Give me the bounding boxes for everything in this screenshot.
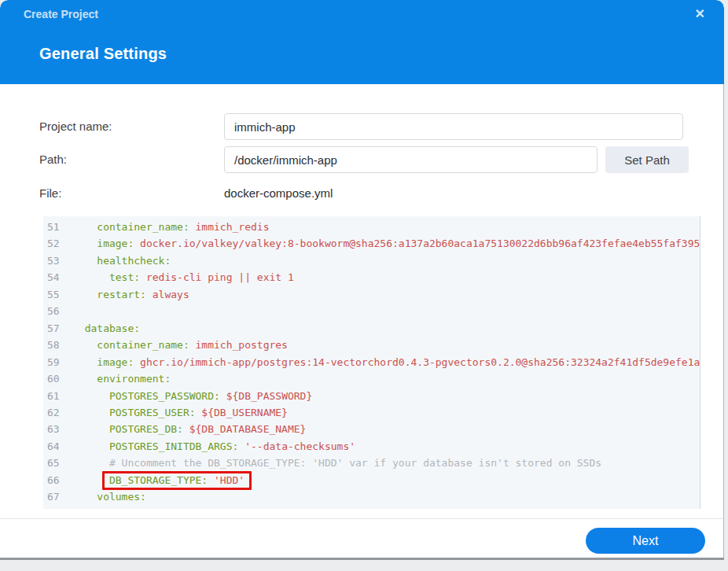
code-line: 67 volumes: — [43, 488, 700, 505]
close-icon[interactable]: ✕ — [695, 6, 705, 23]
project-name-label: Project name: — [39, 120, 112, 133]
line-number: 54 — [43, 269, 65, 286]
code-line: 59 image: ghcr.io/immich-app/postgres:14… — [43, 354, 700, 370]
file-label: File: — [39, 186, 61, 200]
line-number: 60 — [43, 370, 65, 387]
dialog-header: Create Project ✕ General Settings — [0, 0, 724, 84]
footer-divider — [0, 518, 724, 519]
next-button[interactable]: Next — [586, 528, 705, 554]
highlight-box: DB_STORAGE_TYPE: 'HDD' — [102, 471, 252, 490]
line-number: 56 — [43, 303, 65, 319]
code-line: 65 # Uncomment the DB_STORAGE_TYPE: 'HDD… — [43, 455, 700, 471]
line-number: 52 — [43, 235, 65, 252]
code-line: 63 POSTGRES_DB: ${DB_DATABASE_NAME} — [43, 421, 700, 437]
line-number: 53 — [43, 252, 65, 269]
line-number: 62 — [43, 404, 65, 421]
code-line: 64 POSTGRES_INITDB_ARGS: '--data-checksu… — [43, 438, 700, 455]
set-path-button[interactable]: Set Path — [605, 146, 689, 173]
code-line: 52 image: docker.io/valkey/valkey:8-book… — [43, 235, 700, 252]
code-line: 60 environment: — [43, 370, 700, 387]
line-number: 51 — [43, 219, 65, 235]
code-line: 61 POSTGRES_PASSWORD: ${DB_PASSWORD} — [43, 388, 700, 404]
code-line: 58 container_name: immich_postgres — [43, 337, 700, 353]
section-title: General Settings — [39, 45, 167, 63]
line-number: 66 — [43, 472, 65, 488]
dialog-right-edge — [723, 84, 724, 558]
code-line: 62 POSTGRES_USER: ${DB_USERNAME} — [43, 404, 700, 421]
code-line: 55 restart: always — [43, 286, 700, 303]
path-label: Path: — [39, 153, 67, 166]
create-project-dialog: Create Project ✕ General Settings Projec… — [0, 0, 724, 560]
line-number: 61 — [43, 388, 65, 404]
file-value: docker-compose.yml — [224, 186, 333, 200]
code-line: 51 container_name: immich_redis — [43, 219, 700, 235]
project-name-input[interactable] — [224, 113, 683, 140]
line-number: 63 — [43, 421, 65, 437]
compose-editor[interactable]: 51 container_name: immich_redis52 image:… — [43, 216, 700, 509]
line-number: 59 — [43, 354, 65, 370]
path-input[interactable] — [224, 146, 597, 173]
code-line: 53 healthcheck: — [43, 252, 700, 269]
code-line: 56 — [43, 303, 700, 319]
line-number: 57 — [43, 320, 65, 337]
code-line: 66 DB_STORAGE_TYPE: 'HDD' — [43, 472, 700, 488]
line-number: 65 — [43, 455, 65, 471]
code-line: 57 database: — [43, 320, 700, 337]
code-line: 54 test: redis-cli ping || exit 1 — [43, 269, 700, 286]
code-lines: 51 container_name: immich_redis52 image:… — [43, 219, 700, 506]
line-number: 67 — [43, 488, 65, 505]
line-number: 58 — [43, 337, 65, 353]
dialog-title: Create Project — [24, 8, 98, 20]
line-number: 64 — [43, 438, 65, 455]
line-number: 55 — [43, 286, 65, 303]
